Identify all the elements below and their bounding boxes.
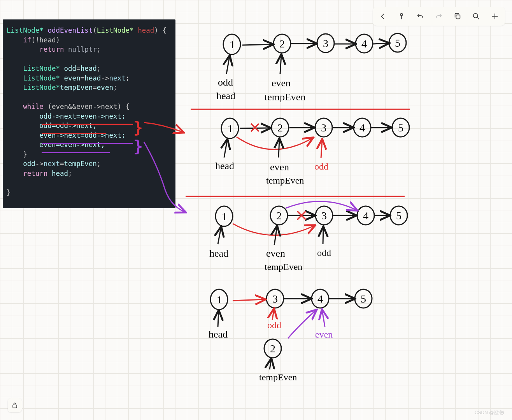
code-line-9: odd=odd->next; — [7, 121, 172, 131]
purple-underline-1 — [42, 143, 133, 144]
search-icon[interactable] — [470, 10, 482, 23]
redo-icon[interactable] — [433, 10, 445, 23]
plus-icon[interactable] — [489, 10, 501, 23]
watermark-text: CSDN @澄澈i — [475, 410, 504, 416]
code-screenshot: ListNode* oddEvenList(ListNode* head) { … — [3, 19, 175, 208]
back-icon[interactable] — [377, 10, 389, 23]
purple-underline-2 — [42, 152, 110, 153]
code-line-15: } — [7, 188, 172, 198]
code-line-5: ListNode* even=head->next; — [7, 74, 172, 83]
lock-button[interactable] — [8, 398, 22, 412]
code-line-2: if(!head) — [7, 35, 172, 45]
code-line-8: odd->next=even->next; — [7, 112, 172, 121]
red-underline-2 — [42, 133, 106, 134]
svg-point-2 — [473, 14, 478, 18]
code-line-10: even->next=odd->next; — [7, 131, 172, 140]
undo-icon[interactable] — [414, 10, 426, 23]
svg-rect-3 — [13, 405, 17, 408]
purple-brace: } — [133, 135, 143, 157]
toolbar — [373, 7, 505, 26]
code-line-7: while (even&&even->next) { — [7, 102, 172, 112]
code-line-13: odd->next=tempEven; — [7, 159, 172, 169]
red-underline-1 — [42, 124, 133, 125]
svg-point-0 — [400, 14, 403, 16]
code-line-11: even=even->next; — [7, 140, 172, 150]
svg-rect-1 — [456, 15, 460, 19]
code-line-12: } — [7, 150, 172, 159]
copy-icon[interactable] — [451, 10, 464, 23]
code-line-6: ListNode*tempEven=even; — [7, 83, 172, 93]
code-line-1: ListNode* oddEvenList(ListNode* head) { — [7, 26, 172, 35]
code-line-3: return nullptr; — [7, 45, 172, 54]
pin-icon[interactable] — [395, 10, 408, 23]
code-line-14: return head; — [7, 169, 172, 178]
code-line-4: ListNode* odd=head; — [7, 64, 172, 74]
